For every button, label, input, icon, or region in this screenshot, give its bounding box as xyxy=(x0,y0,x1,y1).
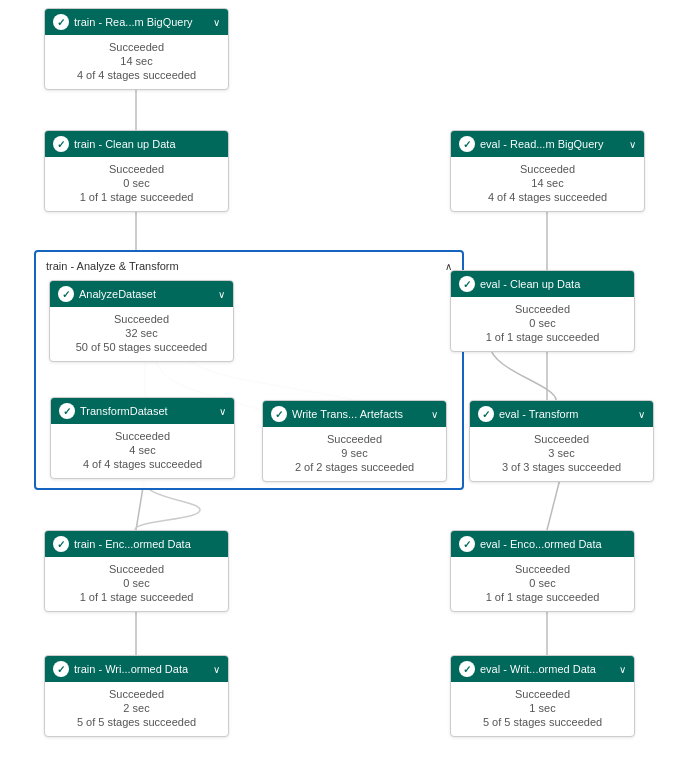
node-eval-transform[interactable]: eval - Transform ∨ Succeeded 3 sec 3 of … xyxy=(469,400,654,482)
chevron-down-icon[interactable]: ∨ xyxy=(638,409,645,420)
check-icon xyxy=(478,406,494,422)
node-eval-cleanup-body: Succeeded 0 sec 1 of 1 stage succeeded xyxy=(451,297,634,351)
pipeline-canvas: train - Rea...m BigQuery ∨ Succeeded 14 … xyxy=(0,0,680,764)
node-train-wri-body: Succeeded 2 sec 5 of 5 stages succeeded xyxy=(45,682,228,736)
svg-line-5 xyxy=(547,475,561,530)
node-eval-writ-title: eval - Writ...ormed Data xyxy=(480,663,596,675)
node-eval-transform-title: eval - Transform xyxy=(499,408,578,420)
node-eval-enc-header: eval - Enco...ormed Data xyxy=(451,531,634,557)
node-eval-cleanup[interactable]: eval - Clean up Data Succeeded 0 sec 1 o… xyxy=(450,270,635,352)
node-train-cleanup-title: train - Clean up Data xyxy=(74,138,176,150)
node-eval-readm-bq-header: eval - Read...m BigQuery ∨ xyxy=(451,131,644,157)
node-analyze-body: Succeeded 32 sec 50 of 50 stages succeed… xyxy=(50,307,233,361)
check-icon xyxy=(459,136,475,152)
node-train-wri-title: train - Wri...ormed Data xyxy=(74,663,188,675)
chevron-down-icon[interactable]: ∨ xyxy=(213,17,220,28)
node-train-enc-body: Succeeded 0 sec 1 of 1 stage succeeded xyxy=(45,557,228,611)
node-eval-readm-bq-body: Succeeded 14 sec 4 of 4 stages succeeded xyxy=(451,157,644,211)
node-eval-transform-header: eval - Transform ∨ xyxy=(470,401,653,427)
node-train-readm-bq[interactable]: train - Rea...m BigQuery ∨ Succeeded 14 … xyxy=(44,8,229,90)
node-transform-body: Succeeded 4 sec 4 of 4 stages succeeded xyxy=(51,424,234,478)
node-train-cleanup[interactable]: train - Clean up Data Succeeded 0 sec 1 … xyxy=(44,130,229,212)
node-train-readm-bq-body: Succeeded 14 sec 4 of 4 stages succeeded xyxy=(45,35,228,89)
node-write-trans-header: Write Trans... Artefacts ∨ xyxy=(263,401,446,427)
node-train-enc-ormed[interactable]: train - Enc...ormed Data Succeeded 0 sec… xyxy=(44,530,229,612)
node-analyze-title: AnalyzeDataset xyxy=(79,288,156,300)
node-eval-enc-body: Succeeded 0 sec 1 of 1 stage succeeded xyxy=(451,557,634,611)
stages-label: 4 of 4 stages succeeded xyxy=(55,69,218,81)
group-title: train - Analyze & Transform xyxy=(46,260,179,272)
check-icon xyxy=(53,14,69,30)
chevron-down-icon[interactable]: ∨ xyxy=(431,409,438,420)
node-eval-enc-title: eval - Enco...ormed Data xyxy=(480,538,602,550)
check-icon xyxy=(459,661,475,677)
node-train-readm-bq-header: train - Rea...m BigQuery ∨ xyxy=(45,9,228,35)
chevron-down-icon[interactable]: ∨ xyxy=(619,664,626,675)
node-train-wri-ormed[interactable]: train - Wri...ormed Data ∨ Succeeded 2 s… xyxy=(44,655,229,737)
time-label: 14 sec xyxy=(55,55,218,67)
node-eval-readm-bq[interactable]: eval - Read...m BigQuery ∨ Succeeded 14 … xyxy=(450,130,645,212)
node-eval-writ-body: Succeeded 1 sec 5 of 5 stages succeeded xyxy=(451,682,634,736)
check-icon xyxy=(271,406,287,422)
node-eval-writ-header: eval - Writ...ormed Data ∨ xyxy=(451,656,634,682)
chevron-down-icon[interactable]: ∨ xyxy=(213,664,220,675)
node-eval-cleanup-title: eval - Clean up Data xyxy=(480,278,580,290)
node-train-wri-header: train - Wri...ormed Data ∨ xyxy=(45,656,228,682)
node-write-trans-artefacts[interactable]: Write Trans... Artefacts ∨ Succeeded 9 s… xyxy=(262,400,447,482)
node-write-trans-title: Write Trans... Artefacts xyxy=(292,408,403,420)
node-eval-readm-bq-title: eval - Read...m BigQuery xyxy=(480,138,604,150)
node-eval-transform-body: Succeeded 3 sec 3 of 3 stages succeeded xyxy=(470,427,653,481)
node-analyze-dataset[interactable]: AnalyzeDataset ∨ Succeeded 32 sec 50 of … xyxy=(49,280,234,362)
node-eval-enc-ormed[interactable]: eval - Enco...ormed Data Succeeded 0 sec… xyxy=(450,530,635,612)
status-label: Succeeded xyxy=(55,41,218,53)
check-icon xyxy=(53,661,69,677)
node-transform-dataset[interactable]: TransformDataset ∨ Succeeded 4 sec 4 of … xyxy=(50,397,235,479)
check-icon xyxy=(459,536,475,552)
check-icon xyxy=(58,286,74,302)
node-train-enc-title: train - Enc...ormed Data xyxy=(74,538,191,550)
check-icon xyxy=(459,276,475,292)
node-eval-writ-ormed[interactable]: eval - Writ...ormed Data ∨ Succeeded 1 s… xyxy=(450,655,635,737)
check-icon xyxy=(53,536,69,552)
group-header: train - Analyze & Transform ∧ xyxy=(44,260,454,272)
node-train-cleanup-body: Succeeded 0 sec 1 of 1 stage succeeded xyxy=(45,157,228,211)
check-icon xyxy=(59,403,75,419)
node-train-cleanup-header: train - Clean up Data xyxy=(45,131,228,157)
node-eval-cleanup-header: eval - Clean up Data xyxy=(451,271,634,297)
chevron-down-icon[interactable]: ∨ xyxy=(218,289,225,300)
node-write-trans-body: Succeeded 9 sec 2 of 2 stages succeeded xyxy=(263,427,446,481)
node-transform-header: TransformDataset ∨ xyxy=(51,398,234,424)
node-analyze-header: AnalyzeDataset ∨ xyxy=(50,281,233,307)
chevron-down-icon[interactable]: ∨ xyxy=(629,139,636,150)
node-train-readm-bq-title: train - Rea...m BigQuery xyxy=(74,16,193,28)
check-icon xyxy=(53,136,69,152)
chevron-down-icon[interactable]: ∨ xyxy=(219,406,226,417)
node-train-enc-header: train - Enc...ormed Data xyxy=(45,531,228,557)
node-transform-title: TransformDataset xyxy=(80,405,168,417)
